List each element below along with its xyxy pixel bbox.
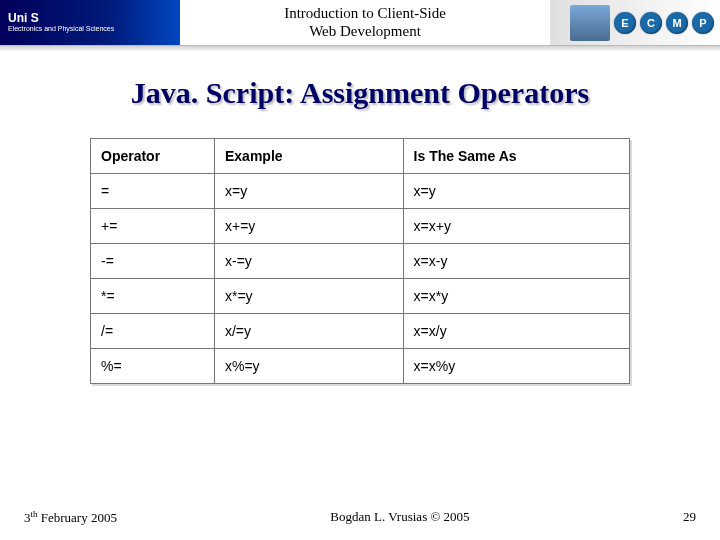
cell-same-as: x=x/y xyxy=(403,314,629,349)
cell-operator: %= xyxy=(91,349,215,384)
table-header-row: Operator Example Is The Same As xyxy=(91,139,630,174)
col-operator: Operator xyxy=(91,139,215,174)
logo-main-text: Uni S xyxy=(8,11,39,25)
cell-same-as: x=x-y xyxy=(403,244,629,279)
cell-operator: /= xyxy=(91,314,215,349)
badge-p: P xyxy=(692,12,714,34)
cell-example: x%=y xyxy=(214,349,403,384)
course-title: Introduction to Client-Side Web Developm… xyxy=(180,0,550,45)
cell-example: x*=y xyxy=(214,279,403,314)
cell-example: x-=y xyxy=(214,244,403,279)
university-logo: Uni S Electronics and Physical Sciences xyxy=(0,0,180,45)
col-example: Example xyxy=(214,139,403,174)
badge-c: C xyxy=(640,12,662,34)
col-same-as: Is The Same As xyxy=(403,139,629,174)
badge-m: M xyxy=(666,12,688,34)
header-shadow xyxy=(0,46,720,52)
cell-example: x=y xyxy=(214,174,403,209)
cell-operator: *= xyxy=(91,279,215,314)
table-row: *=x*=yx=x*y xyxy=(91,279,630,314)
cell-operator: += xyxy=(91,209,215,244)
operators-table-wrap: Operator Example Is The Same As =x=yx=y+… xyxy=(90,138,630,384)
operators-table: Operator Example Is The Same As =x=yx=y+… xyxy=(90,138,630,384)
cell-example: x/=y xyxy=(214,314,403,349)
cell-same-as: x=x*y xyxy=(403,279,629,314)
footer: 3th February 2005 Bogdan L. Vrusias © 20… xyxy=(0,509,720,526)
header-bar: Uni S Electronics and Physical Sciences … xyxy=(0,0,720,46)
footer-author: Bogdan L. Vrusias © 2005 xyxy=(330,509,469,526)
footer-date: 3th February 2005 xyxy=(24,509,117,526)
cell-example: x+=y xyxy=(214,209,403,244)
header-photo xyxy=(570,5,610,41)
table-row: /=x/=yx=x/y xyxy=(91,314,630,349)
footer-page-number: 29 xyxy=(683,509,696,526)
cell-same-as: x=y xyxy=(403,174,629,209)
cell-operator: -= xyxy=(91,244,215,279)
title-line-2: Web Development xyxy=(309,23,421,39)
header-right: E C M P xyxy=(550,0,720,45)
cell-operator: = xyxy=(91,174,215,209)
cell-same-as: x=x%y xyxy=(403,349,629,384)
table-row: -=x-=yx=x-y xyxy=(91,244,630,279)
title-line-1: Introduction to Client-Side xyxy=(284,5,446,21)
table-row: =x=yx=y xyxy=(91,174,630,209)
cell-same-as: x=x+y xyxy=(403,209,629,244)
badge-e: E xyxy=(614,12,636,34)
logo-sub-text: Electronics and Physical Sciences xyxy=(8,25,114,33)
table-row: +=x+=yx=x+y xyxy=(91,209,630,244)
slide-title: Java. Script: Assignment Operators xyxy=(0,76,720,110)
table-row: %=x%=yx=x%y xyxy=(91,349,630,384)
